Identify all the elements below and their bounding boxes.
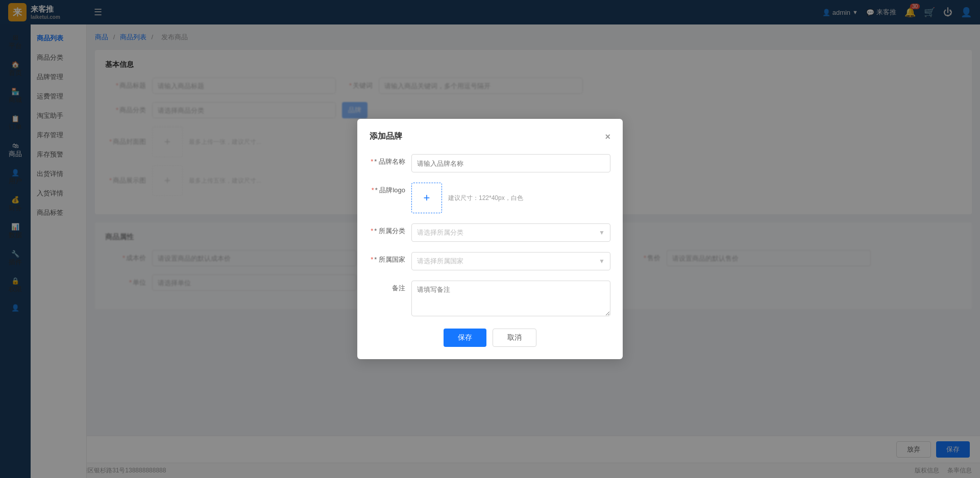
modal-brand-name-label: * 品牌名称 (370, 154, 405, 166)
modal-save-button[interactable]: 保存 (444, 329, 486, 347)
modal-header: 添加品牌 × (370, 131, 610, 142)
modal-category-row: * 所属分类 请选择所属分类 ▼ (370, 223, 610, 242)
modal-category-placeholder: 请选择所属分类 (417, 228, 463, 237)
modal-upload-area: + 建议尺寸：122*40px，白色 (411, 183, 523, 213)
modal-cancel-button[interactable]: 取消 (493, 329, 536, 347)
modal-overlay: 添加品牌 × * 品牌名称 * 品牌logo + 建议尺寸：122*40px，白… (0, 0, 980, 463)
modal-brand-logo-row: * 品牌logo + 建议尺寸：122*40px，白色 (370, 183, 610, 213)
modal-remark-label: 备注 (370, 281, 405, 293)
country-chevron-icon: ▼ (599, 258, 605, 265)
modal-remark-input[interactable] (411, 281, 610, 316)
modal-footer: 保存 取消 (370, 329, 610, 347)
modal-close-button[interactable]: × (605, 132, 610, 141)
category-chevron-icon: ▼ (599, 229, 605, 236)
modal-category-label: * 所属分类 (370, 223, 405, 236)
upload-plus-icon: + (424, 191, 430, 205)
modal-country-select[interactable]: 请选择所属国家 ▼ (411, 252, 610, 270)
modal-country-row: * 所属国家 请选择所属国家 ▼ (370, 252, 610, 270)
modal-category-select-wrapper: 请选择所属分类 ▼ (411, 223, 610, 242)
modal-title: 添加品牌 (370, 131, 402, 142)
modal-brand-name-input[interactable] (411, 154, 610, 172)
modal-category-select[interactable]: 请选择所属分类 ▼ (411, 223, 610, 242)
modal-brand-name-row: * 品牌名称 (370, 154, 610, 172)
modal-country-select-wrapper: 请选择所属国家 ▼ (411, 252, 610, 270)
add-brand-modal: 添加品牌 × * 品牌名称 * 品牌logo + 建议尺寸：122*40px，白… (357, 119, 623, 359)
modal-logo-hint: 建议尺寸：122*40px，白色 (448, 194, 523, 203)
modal-logo-upload-btn[interactable]: + (411, 183, 442, 213)
modal-brand-logo-label: * 品牌logo (370, 183, 405, 195)
modal-country-label: * 所属国家 (370, 252, 405, 264)
modal-remark-row: 备注 (370, 281, 610, 316)
modal-country-placeholder: 请选择所属国家 (417, 257, 463, 266)
